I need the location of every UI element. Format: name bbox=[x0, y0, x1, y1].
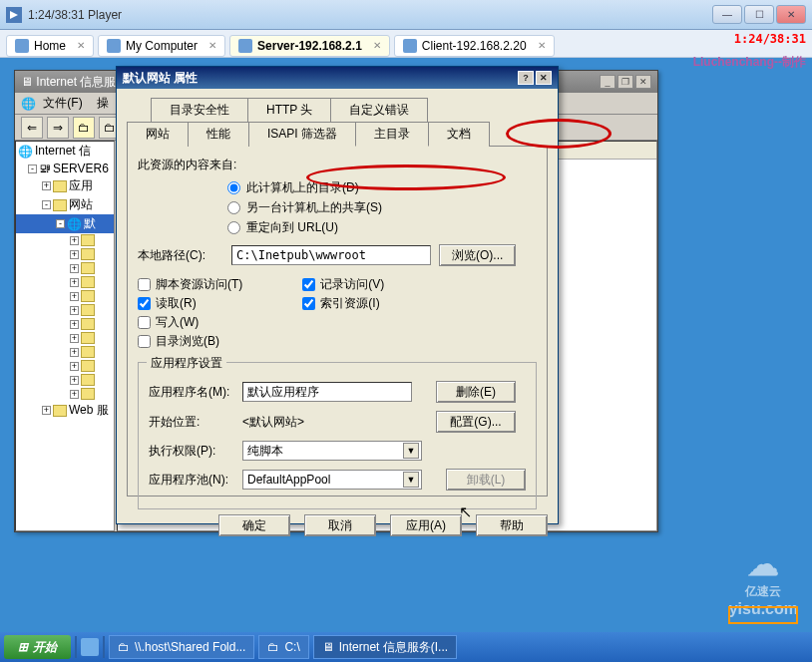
back-button[interactable]: ⇐ bbox=[21, 117, 43, 139]
folder-icon bbox=[81, 332, 95, 344]
cursor-icon: ↖ bbox=[459, 502, 472, 521]
tab-dir-security[interactable]: 目录安全性 bbox=[151, 98, 248, 122]
properties-dialog: 默认网站 属性 ?✕ 目录安全性 HTTP 头 自定义错误 网站 性能 ISAP… bbox=[116, 66, 559, 524]
ok-button[interactable]: 确定 bbox=[218, 514, 290, 536]
close-button[interactable]: ✕ bbox=[776, 5, 806, 24]
globe-icon: 🌐 bbox=[67, 217, 82, 231]
local-path-input[interactable] bbox=[231, 245, 431, 265]
radio-redirect[interactable]: 重定向到 URL(U) bbox=[227, 219, 537, 236]
chk-write[interactable]: 写入(W) bbox=[138, 314, 242, 331]
globe-icon: 🌐 bbox=[18, 145, 33, 159]
folder-icon bbox=[81, 290, 95, 302]
minimize-button[interactable]: — bbox=[712, 5, 742, 24]
tab-client[interactable]: Client-192.168.2.20✕ bbox=[394, 35, 555, 57]
tab-performance[interactable]: 性能 bbox=[188, 122, 249, 147]
computer-icon bbox=[107, 39, 121, 53]
vm-tabs-bar: Home✕ My Computer✕ Server-192.168.2.1✕ C… bbox=[0, 30, 812, 58]
help-button[interactable]: ? bbox=[518, 71, 534, 85]
taskbar-item[interactable]: 🖥Internet 信息服务(I... bbox=[313, 635, 457, 659]
web-node: Web 服 bbox=[69, 402, 109, 419]
tab-website[interactable]: 网站 bbox=[127, 122, 189, 147]
chk-script-access[interactable]: 脚本资源访问(T) bbox=[138, 276, 242, 293]
app-pool-select[interactable]: DefaultAppPool▼ bbox=[242, 470, 422, 490]
radio-share[interactable]: 另一台计算机上的共享(S) bbox=[227, 199, 537, 216]
quick-launch-icon[interactable] bbox=[81, 638, 99, 656]
tab-documents[interactable]: 文档 bbox=[428, 122, 490, 147]
client-icon bbox=[403, 39, 417, 53]
player-title: 1:24/38:31 Player bbox=[28, 8, 712, 22]
folder-icon: 🗀 bbox=[118, 640, 130, 654]
chevron-down-icon: ▼ bbox=[403, 443, 419, 459]
apply-button[interactable]: 应用(A) bbox=[390, 514, 462, 536]
chk-read[interactable]: 读取(R) bbox=[138, 295, 242, 312]
credit-text: Liuchenchang--制作 bbox=[693, 54, 806, 71]
exec-perm-label: 执行权限(P): bbox=[149, 443, 242, 460]
tab-custom-errors[interactable]: 自定义错误 bbox=[330, 98, 428, 122]
restore-button[interactable]: ❐ bbox=[617, 75, 633, 89]
close-icon[interactable]: ✕ bbox=[208, 40, 216, 51]
app-name-label: 应用程序名(M): bbox=[149, 384, 242, 401]
chk-index[interactable]: 索引资源(I) bbox=[302, 295, 384, 312]
folder-icon bbox=[81, 276, 95, 288]
help-button[interactable]: 帮助 bbox=[476, 514, 548, 536]
unload-button: 卸载(L) bbox=[446, 469, 526, 491]
close-icon[interactable]: ✕ bbox=[77, 40, 85, 51]
dialog-titlebar[interactable]: 默认网站 属性 ?✕ bbox=[117, 67, 558, 89]
chk-browse[interactable]: 目录浏览(B) bbox=[138, 333, 242, 350]
tab-isapi[interactable]: ISAPI 筛选器 bbox=[248, 122, 356, 147]
minimize-button[interactable]: _ bbox=[600, 75, 615, 89]
taskbar: ⊞ 开始 🗀\\.host\Shared Fold... 🗀C:\ 🖥Inter… bbox=[0, 632, 812, 662]
tab-mycomputer[interactable]: My Computer✕ bbox=[98, 35, 225, 57]
close-icon[interactable]: ✕ bbox=[538, 40, 546, 51]
globe-icon: 🌐 bbox=[21, 97, 36, 111]
maximize-button[interactable]: ☐ bbox=[744, 5, 774, 24]
up-button[interactable]: 🗀 bbox=[73, 117, 95, 139]
folder-icon bbox=[81, 388, 95, 400]
annotation-oval bbox=[306, 165, 506, 190]
tab-http-headers[interactable]: HTTP 头 bbox=[247, 98, 331, 122]
home-directory-page: 此资源的内容来自: 此计算机上的目录(D) 另一台计算机上的共享(S) 重定向到… bbox=[127, 146, 548, 496]
exec-perm-select[interactable]: 纯脚本▼ bbox=[242, 441, 422, 461]
annotation-oval bbox=[506, 119, 611, 149]
fwd-button[interactable]: ⇒ bbox=[47, 117, 69, 139]
start-button[interactable]: ⊞ 开始 bbox=[4, 635, 71, 659]
iis-tree[interactable]: 🌐Internet 信 -🖳SERVER6 +应用 -网站 -🌐默 + + + … bbox=[15, 141, 115, 531]
tab-home-directory[interactable]: 主目录 bbox=[355, 122, 429, 147]
config-button[interactable]: 配置(G)... bbox=[436, 411, 516, 433]
folder-icon bbox=[53, 199, 67, 211]
app-name-input[interactable] bbox=[242, 382, 412, 402]
iis-icon: 🖥 bbox=[21, 75, 33, 89]
menu-more[interactable]: 操 bbox=[97, 95, 109, 112]
folder-icon bbox=[81, 234, 95, 246]
chk-log-visits[interactable]: 记录访问(V) bbox=[302, 276, 384, 293]
server-icon bbox=[238, 39, 252, 53]
folder-icon bbox=[53, 405, 67, 417]
folder-icon bbox=[81, 360, 95, 372]
folder-icon bbox=[81, 248, 95, 260]
start-location-value: <默认网站> bbox=[242, 414, 412, 431]
iis-icon: 🖥 bbox=[322, 640, 334, 654]
browse-button[interactable]: 浏览(O)... bbox=[439, 244, 516, 266]
tab-server[interactable]: Server-192.168.2.1✕ bbox=[229, 35, 390, 57]
app-icon bbox=[6, 7, 22, 23]
chevron-down-icon: ▼ bbox=[403, 472, 419, 488]
taskbar-item[interactable]: 🗀C:\ bbox=[258, 635, 308, 659]
close-button[interactable]: ✕ bbox=[536, 71, 552, 85]
taskbar-item[interactable]: 🗀\\.host\Shared Fold... bbox=[109, 635, 254, 659]
folder-icon bbox=[81, 374, 95, 386]
local-path-label: 本地路径(C): bbox=[138, 247, 231, 264]
start-location-label: 开始位置: bbox=[149, 414, 242, 431]
menu-file[interactable]: 文件(F) bbox=[43, 95, 82, 112]
folder-icon bbox=[81, 318, 95, 330]
delete-button[interactable]: 删除(E) bbox=[436, 381, 516, 403]
highlight-box bbox=[728, 606, 798, 624]
tab-home[interactable]: Home✕ bbox=[6, 35, 94, 57]
app-pool-label: 应用程序池(N): bbox=[149, 472, 242, 489]
folder-icon bbox=[81, 346, 95, 358]
folder-icon bbox=[53, 180, 67, 192]
close-button[interactable]: ✕ bbox=[635, 75, 651, 89]
folder-icon bbox=[81, 262, 95, 274]
close-icon[interactable]: ✕ bbox=[373, 40, 381, 51]
cancel-button[interactable]: 取消 bbox=[304, 514, 376, 536]
server-icon: 🖳 bbox=[39, 162, 51, 175]
